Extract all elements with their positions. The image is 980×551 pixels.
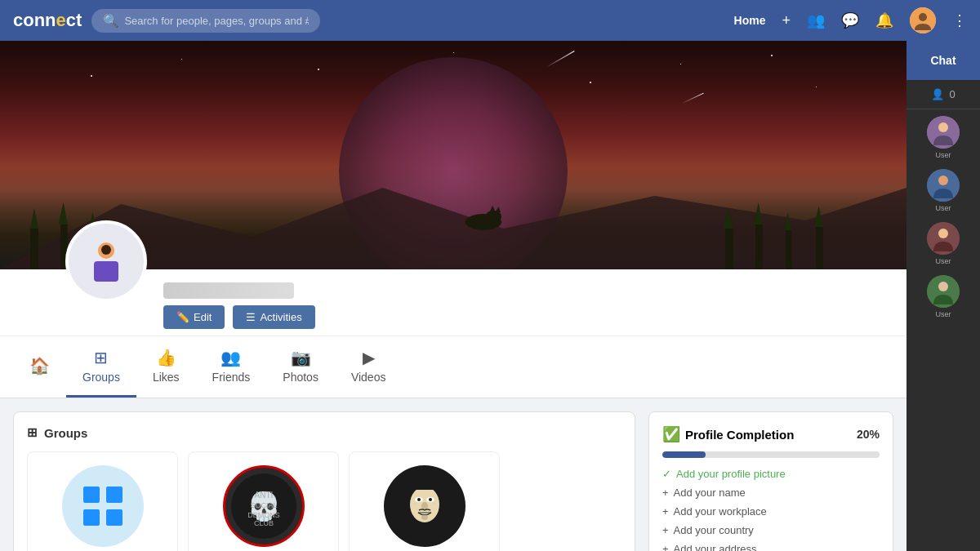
- svg-rect-3: [30, 229, 38, 269]
- chat-user[interactable]: User: [913, 169, 973, 212]
- svg-text:SOCIAL: SOCIAL: [250, 501, 277, 509]
- svg-point-24: [101, 245, 111, 255]
- completion-item[interactable]: + Add your name: [662, 487, 880, 499]
- groups-panel-header: ⊞ Groups: [27, 425, 621, 440]
- tab-photos-label: Photos: [283, 371, 318, 384]
- add-icon: +: [662, 543, 669, 551]
- completion-item: ✓ Add your profile picture: [662, 468, 880, 480]
- profile-avatar[interactable]: [65, 220, 147, 302]
- svg-marker-20: [496, 207, 501, 212]
- profile-tabs: 🏠 ⊞ Groups 👍 Likes 👥 Friends: [0, 335, 906, 398]
- tab-groups[interactable]: ⊞ Groups: [66, 336, 136, 398]
- user-avatar[interactable]: [910, 7, 936, 33]
- tab-likes[interactable]: 👍 Likes: [136, 336, 196, 398]
- profile-completion-widget: ✅ Profile Completion 20% ✓ Add your prof…: [648, 411, 893, 551]
- photos-tab-icon: 📷: [291, 348, 311, 367]
- svg-text:DEMONS: DEMONS: [247, 511, 280, 519]
- done-icon: ✓: [662, 468, 671, 480]
- tab-videos-label: Videos: [351, 371, 386, 384]
- chat-user[interactable]: User: [913, 275, 973, 318]
- tab-friends-label: Friends: [212, 371, 251, 384]
- completion-title: ✅ Profile Completion: [662, 425, 794, 443]
- add-icon: +: [662, 505, 669, 518]
- activities-button[interactable]: ☰ Activities: [233, 305, 314, 329]
- chat-header: Chat: [906, 41, 980, 80]
- tab-videos[interactable]: ▶ Videos: [335, 336, 403, 398]
- groups-panel: ⊞ Groups: [13, 411, 635, 551]
- chat-user[interactable]: User: [913, 222, 973, 265]
- tab-photos[interactable]: 📷 Photos: [266, 336, 335, 398]
- group-avatar-antisocial[interactable]: 💀 ANTI SOCIAL DEMONS CLUB: [223, 465, 305, 547]
- chat-sidebar: Chat 👤 0 User: [906, 41, 980, 551]
- global-search-input[interactable]: [124, 15, 309, 27]
- svg-text:CLUB: CLUB: [253, 519, 273, 527]
- svg-point-50: [938, 229, 948, 238]
- check-circle-icon: ✅: [662, 425, 680, 443]
- svg-rect-23: [94, 261, 118, 282]
- app-logo: connect: [13, 10, 82, 31]
- groups-panel-title: Groups: [44, 426, 87, 440]
- home-tab-icon: 🏠: [29, 356, 50, 375]
- svg-rect-15: [816, 227, 823, 269]
- svg-point-1: [919, 13, 927, 21]
- svg-point-52: [938, 282, 948, 291]
- search-icon: 🔍: [103, 13, 119, 29]
- main-content: ✏️ Edit ☰ Activities 🏠 ⊞: [0, 41, 906, 551]
- completion-percentage: 20%: [857, 428, 880, 441]
- svg-point-40: [421, 515, 428, 520]
- completion-item[interactable]: + Add your address: [662, 543, 880, 551]
- svg-rect-11: [755, 224, 763, 269]
- svg-text:ANTI: ANTI: [254, 491, 273, 500]
- groups-grid: frenchkonnect Members: 48 ✓ Joined: [27, 451, 621, 551]
- completion-progress-bar: [662, 451, 880, 458]
- chat-user[interactable]: User: [913, 116, 973, 159]
- right-sidebar: ✅ Profile Completion 20% ✓ Add your prof…: [648, 411, 893, 551]
- svg-rect-9: [725, 229, 733, 269]
- tab-likes-label: Likes: [153, 371, 180, 384]
- top-navigation: connect 🔍 Home + 👥 💬 🔔 ⋮: [0, 0, 980, 41]
- activities-icon: ☰: [246, 311, 256, 323]
- svg-point-48: [938, 176, 948, 185]
- groups-grid-icon: ⊞: [27, 425, 38, 440]
- svg-point-18: [485, 211, 501, 222]
- group-card: The Group of Anonymous Members: 505 ✓ Jo…: [349, 451, 500, 551]
- group-avatar-anonymous[interactable]: [384, 465, 466, 547]
- tab-groups-label: Groups: [82, 371, 120, 384]
- notifications-icon[interactable]: 🔔: [875, 11, 893, 29]
- friends-tab-icon: 👥: [220, 348, 241, 367]
- friends-icon[interactable]: 👥: [807, 11, 825, 29]
- tab-friends[interactable]: 👥 Friends: [196, 336, 267, 398]
- likes-tab-icon: 👍: [156, 348, 176, 367]
- add-icon[interactable]: +: [782, 12, 791, 29]
- content-area: ⊞ Groups: [0, 398, 906, 551]
- completion-item[interactable]: + Add your country: [662, 524, 880, 536]
- completion-progress-fill: [662, 451, 706, 458]
- group-avatar-frenchkonnect[interactable]: [62, 465, 144, 547]
- messages-icon[interactable]: 💬: [841, 11, 859, 29]
- svg-rect-13: [786, 230, 791, 269]
- completion-item[interactable]: + Add your workplace: [662, 505, 880, 518]
- group-card: 💀 ANTI SOCIAL DEMONS CLUB -The Anti Soci…: [188, 451, 339, 551]
- global-search-bar[interactable]: 🔍: [91, 9, 320, 33]
- svg-marker-6: [59, 202, 68, 224]
- svg-marker-4: [30, 208, 38, 229]
- groups-tab-icon: ⊞: [94, 348, 108, 367]
- edit-button[interactable]: ✏️ Edit: [163, 305, 225, 329]
- more-options-icon[interactable]: ⋮: [952, 11, 967, 29]
- svg-point-46: [938, 122, 948, 132]
- group-card: frenchkonnect Members: 48 ✓ Joined: [27, 451, 178, 551]
- svg-point-37: [429, 498, 432, 501]
- home-link[interactable]: Home: [734, 14, 766, 27]
- chat-users-list: User User: [906, 109, 980, 325]
- tab-home[interactable]: 🏠: [13, 344, 66, 389]
- edit-icon: ✏️: [176, 311, 189, 323]
- chat-user-name: User: [935, 204, 951, 212]
- chat-user-name: User: [935, 151, 951, 159]
- chat-online-count: 👤 0: [906, 80, 980, 109]
- profile-name-placeholder: [163, 282, 294, 299]
- videos-tab-icon: ▶: [363, 348, 375, 367]
- chat-user-name: User: [935, 310, 951, 318]
- svg-rect-42: [416, 482, 433, 488]
- chat-user-name: User: [935, 257, 951, 265]
- svg-point-36: [417, 498, 421, 501]
